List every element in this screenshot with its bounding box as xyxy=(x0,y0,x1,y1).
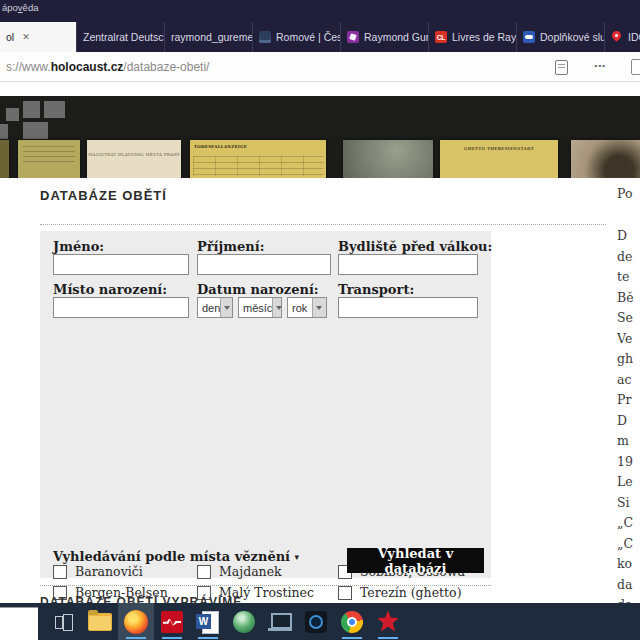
month-select[interactable]: měsíc xyxy=(238,297,282,318)
first-name-field[interactable] xyxy=(53,254,189,275)
tab-label: Zentralrat Deutsche xyxy=(83,31,164,43)
reader-mode-icon[interactable] xyxy=(555,60,568,75)
transport-field[interactable] xyxy=(338,297,478,318)
address-bar[interactable]: s://www.holocaust.cz/databaze-obeti/ ••• xyxy=(0,52,640,82)
globe-icon xyxy=(233,611,255,633)
site-logo[interactable] xyxy=(44,101,65,118)
document-thumbnail[interactable]: MAGISTRÁT HLAVNÍHO MĚSTA PRAHY xyxy=(87,140,181,178)
firefox-icon xyxy=(124,610,148,634)
file-explorer-button[interactable] xyxy=(82,603,118,640)
url-text: s://www.holocaust.cz/databaze-obeti/ xyxy=(6,60,209,74)
purple-app-favicon xyxy=(347,31,359,43)
text-line-fragment: D xyxy=(617,411,640,432)
birthplace-field[interactable] xyxy=(53,297,189,318)
tab-raymond-gure[interactable]: Raymond Gurê xyxy=(340,22,428,52)
tab-zentralrat[interactable]: Zentralrat Deutsche xyxy=(76,22,164,52)
birthplace-label: Místo narození: xyxy=(53,282,167,297)
red-pulse-app-button[interactable] xyxy=(154,603,190,640)
separator xyxy=(40,224,606,225)
tab-label: raymond_gureme_n xyxy=(171,31,252,43)
text-line-fragment: da xyxy=(617,575,640,596)
word-icon: W xyxy=(196,610,220,634)
globe-app-button[interactable] xyxy=(226,603,262,640)
residence-field[interactable] xyxy=(338,254,478,275)
clipped-toolbar-icon[interactable] xyxy=(631,59,640,75)
text-line-fragment: Bě xyxy=(617,288,640,309)
camp-checkbox-item[interactable]: Terezín (ghetto) xyxy=(338,586,506,599)
camps-heading[interactable]: Vyhledávání podle místa věznění ▾ xyxy=(53,549,299,564)
text-line-fragment: m xyxy=(617,431,640,452)
camera-lens-icon xyxy=(305,611,327,633)
firefox-button[interactable] xyxy=(118,603,154,640)
tab-raymond-gureme-file[interactable]: raymond_gureme_n xyxy=(164,22,252,52)
document-thumbnail[interactable] xyxy=(0,140,9,178)
text-line-fragment: gh xyxy=(617,349,640,370)
thumbnail-caption: MAGISTRÁT HLAVNÍHO MĚSTA PRAHY xyxy=(87,152,181,157)
computer-app-button[interactable] xyxy=(262,603,298,640)
browser-menu-bar: ápověda xyxy=(0,0,640,16)
site-banner: MAGISTRÁT HLAVNÍHO MĚSTA PRAHY TODESFALL… xyxy=(0,96,640,178)
browser-tab-bar: ol ✕ Zentralrat Deutsche raymond_gureme_… xyxy=(0,16,640,52)
laptop-icon xyxy=(268,613,292,631)
chevron-down-icon[interactable] xyxy=(272,298,281,317)
task-view-button[interactable] xyxy=(46,603,82,640)
site-logo[interactable] xyxy=(23,122,48,139)
document-thumbnail[interactable]: TODESFALLANZEIGE xyxy=(190,140,326,178)
text-line-fragment: D xyxy=(617,226,640,247)
camp-checkbox-item[interactable]: Majdanek xyxy=(197,565,314,578)
tab-doplnkove[interactable]: Doplňkové služ xyxy=(516,22,604,52)
page-actions-icon[interactable]: ••• xyxy=(595,61,606,70)
right-column-paragraph: DdeteBěSeVeghacPrDm19LeSi„C„CkodadaČena xyxy=(617,226,640,640)
text-line-fragment: 19 xyxy=(617,452,640,473)
tab-active[interactable]: ol ✕ xyxy=(0,22,76,52)
day-select-value: den xyxy=(198,302,220,314)
text-line-fragment: Se xyxy=(617,308,640,329)
menu-item-help[interactable]: ápověda xyxy=(2,2,38,13)
camp-label: Majdanek xyxy=(219,564,282,579)
site-logo[interactable] xyxy=(23,101,40,118)
search-database-button[interactable]: Vyhledat v databázi xyxy=(347,548,484,573)
checkbox[interactable] xyxy=(338,586,352,600)
checkbox[interactable] xyxy=(53,565,67,579)
tab-livres[interactable]: CL Livres de Raym xyxy=(428,22,516,52)
tab-close-icon[interactable]: ✕ xyxy=(22,32,30,42)
tab-label: Raymond Gurê xyxy=(364,31,428,43)
blue-app-favicon xyxy=(523,31,535,43)
day-select[interactable]: den xyxy=(197,297,233,318)
camp-label: Baranoviči xyxy=(75,564,143,579)
red-pin-favicon xyxy=(611,31,623,43)
checkbox[interactable] xyxy=(197,565,211,579)
photo-thumbnail[interactable] xyxy=(571,140,640,178)
month-select-value: měsíc xyxy=(239,302,272,314)
caret-down-icon: ▾ xyxy=(295,552,300,562)
text-line-fragment: Le xyxy=(617,472,640,493)
tab-romove[interactable]: Romové | Česk xyxy=(252,22,340,52)
red-star-app-button[interactable] xyxy=(370,603,406,640)
chrome-button[interactable] xyxy=(334,603,370,640)
text-line-fragment: „C xyxy=(617,513,640,534)
word-button[interactable]: W xyxy=(190,603,226,640)
transport-label: Transport: xyxy=(338,282,414,297)
document-thumbnail[interactable] xyxy=(18,140,80,178)
tab-label: IDOS - xyxy=(628,31,640,43)
chevron-down-icon[interactable] xyxy=(220,298,232,317)
text-line-fragment: ko xyxy=(617,554,640,575)
text-line-fragment: „C xyxy=(617,534,640,555)
tab-idos[interactable]: IDOS - xyxy=(604,22,640,52)
document-thumbnail[interactable]: GHETTO THERESIENSTADT xyxy=(440,140,558,178)
year-select[interactable]: rok xyxy=(287,297,327,318)
site-logo[interactable] xyxy=(0,124,8,139)
site-logo[interactable] xyxy=(6,108,19,121)
taskbar-search-input[interactable] xyxy=(0,607,38,640)
right-text-column: Po DdeteBěSeVeghacPrDm19LeSi„C„CkodadaČe… xyxy=(617,186,640,640)
red-cl-favicon: CL xyxy=(435,31,447,43)
page-title: DATABÁZE OBĚTÍ xyxy=(40,188,167,203)
text-line-fragment: te xyxy=(617,267,640,288)
surname-field[interactable] xyxy=(197,254,331,275)
chevron-down-icon[interactable] xyxy=(312,298,326,317)
photo-thumbnail[interactable] xyxy=(343,140,433,178)
camera-app-button[interactable] xyxy=(298,603,334,640)
search-form-panel: Jméno: Příjmení: Bydliště před válkou: M… xyxy=(40,231,491,578)
text-line-fragment: Si xyxy=(617,493,640,514)
camp-checkbox-item[interactable]: Baranoviči xyxy=(53,565,168,578)
